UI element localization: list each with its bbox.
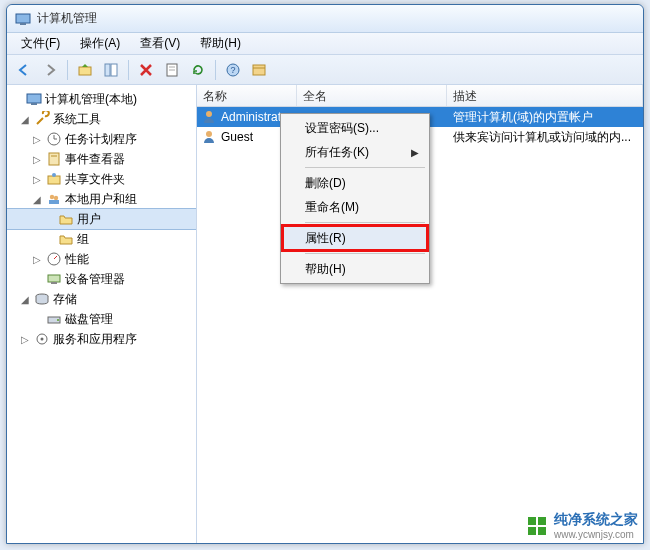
wm-brand: 纯净系统之家 xyxy=(554,511,638,529)
tree-system-tools[interactable]: ◢ 系统工具 xyxy=(7,109,196,129)
tree-groups[interactable]: 组 xyxy=(7,229,196,249)
ctx-help[interactable]: 帮助(H) xyxy=(283,257,427,281)
toolbar-delete-icon[interactable] xyxy=(135,59,157,81)
svg-rect-33 xyxy=(538,517,546,525)
tree-label: 性能 xyxy=(65,251,89,268)
ctx-rename[interactable]: 重命名(M) xyxy=(283,195,427,219)
svg-rect-35 xyxy=(538,527,546,535)
storage-icon xyxy=(34,291,50,307)
context-menu: 设置密码(S)... 所有任务(K)▶ 删除(D) 重命名(M) 属性(R) 帮… xyxy=(280,113,430,284)
services-icon xyxy=(34,331,50,347)
svg-point-30 xyxy=(206,111,212,117)
tree-label: 设备管理器 xyxy=(65,271,125,288)
svg-rect-21 xyxy=(49,200,59,204)
folder-icon xyxy=(58,231,74,247)
expand-icon[interactable]: ▷ xyxy=(31,134,43,145)
window-title: 计算机管理 xyxy=(37,10,97,27)
tree-label: 共享文件夹 xyxy=(65,171,125,188)
toolbar-up-icon[interactable] xyxy=(74,59,96,81)
tree-label: 组 xyxy=(77,231,89,248)
users-group-icon xyxy=(46,191,62,207)
ctx-properties[interactable]: 属性(R) xyxy=(283,226,427,250)
toolbar-back[interactable] xyxy=(13,59,35,81)
watermark: 纯净系统之家 www.ycwnjsy.com xyxy=(526,511,638,540)
tree-services-apps[interactable]: ▷ 服务和应用程序 xyxy=(7,329,196,349)
svg-rect-10 xyxy=(253,65,265,75)
tree-label: 计算机管理(本地) xyxy=(45,91,137,108)
svg-rect-17 xyxy=(48,176,60,184)
tree-root[interactable]: 计算机管理(本地) xyxy=(7,89,196,109)
svg-point-27 xyxy=(57,319,59,321)
toolbar-sep xyxy=(128,60,129,80)
toolbar-help-icon[interactable]: ? xyxy=(222,59,244,81)
tree-label: 存储 xyxy=(53,291,77,308)
tree-label: 事件查看器 xyxy=(65,151,125,168)
svg-rect-0 xyxy=(16,14,30,23)
clock-icon xyxy=(46,131,62,147)
tree-label: 系统工具 xyxy=(53,111,101,128)
tree-performance[interactable]: ▷ 性能 xyxy=(7,249,196,269)
col-fullname[interactable]: 全名 xyxy=(297,85,447,106)
toolbar-refresh-icon[interactable] xyxy=(187,59,209,81)
svg-point-31 xyxy=(206,131,212,137)
menu-help[interactable]: 帮助(H) xyxy=(190,33,251,54)
ctx-all-tasks[interactable]: 所有任务(K)▶ xyxy=(283,140,427,164)
cell-name: Administrat xyxy=(221,110,281,124)
event-icon xyxy=(46,151,62,167)
toolbar-sep xyxy=(215,60,216,80)
svg-rect-32 xyxy=(528,517,536,525)
list-header[interactable]: 名称 全名 描述 xyxy=(197,85,643,107)
expand-icon[interactable]: ▷ xyxy=(19,334,31,345)
menu-view[interactable]: 查看(V) xyxy=(130,33,190,54)
expand-icon[interactable]: ▷ xyxy=(31,254,43,265)
menu-file[interactable]: 文件(F) xyxy=(11,33,70,54)
tree-disk-mgmt[interactable]: 磁盘管理 xyxy=(7,309,196,329)
user-icon xyxy=(201,129,217,145)
svg-point-18 xyxy=(52,173,56,177)
toolbar-properties-icon[interactable] xyxy=(100,59,122,81)
tree-task-scheduler[interactable]: ▷ 任务计划程序 xyxy=(7,129,196,149)
app-icon xyxy=(15,11,31,27)
svg-rect-3 xyxy=(105,64,110,76)
cell-desc: 供来宾访问计算机或访问域的内... xyxy=(447,129,643,146)
ctx-set-password[interactable]: 设置密码(S)... xyxy=(283,116,427,140)
expand-icon[interactable]: ▷ xyxy=(31,154,43,165)
col-desc[interactable]: 描述 xyxy=(447,85,643,106)
tree-label: 本地用户和组 xyxy=(65,191,137,208)
expand-icon[interactable]: ▷ xyxy=(31,174,43,185)
disk-icon xyxy=(46,311,62,327)
menubar: 文件(F) 操作(A) 查看(V) 帮助(H) xyxy=(7,33,643,55)
titlebar[interactable]: 计算机管理 xyxy=(7,5,643,33)
svg-rect-13 xyxy=(31,103,37,105)
menu-action[interactable]: 操作(A) xyxy=(70,33,130,54)
svg-rect-1 xyxy=(20,23,26,25)
tree-shared-folders[interactable]: ▷ 共享文件夹 xyxy=(7,169,196,189)
toolbar: ? xyxy=(7,55,643,85)
wm-url: www.ycwnjsy.com xyxy=(554,529,638,540)
toolbar-list-icon[interactable] xyxy=(248,59,270,81)
share-icon xyxy=(46,171,62,187)
svg-rect-24 xyxy=(51,282,57,284)
toolbar-forward[interactable] xyxy=(39,59,61,81)
cell-name: Guest xyxy=(221,130,253,144)
wm-logo-icon xyxy=(526,515,548,537)
tree-storage[interactable]: ◢ 存储 xyxy=(7,289,196,309)
perf-icon xyxy=(46,251,62,267)
collapse-icon[interactable]: ◢ xyxy=(19,114,31,125)
tree-device-manager[interactable]: 设备管理器 xyxy=(7,269,196,289)
tree-event-viewer[interactable]: ▷ 事件查看器 xyxy=(7,149,196,169)
svg-rect-12 xyxy=(27,94,41,103)
tree-local-users[interactable]: ◢ 本地用户和组 xyxy=(7,189,196,209)
ctx-delete[interactable]: 删除(D) xyxy=(283,171,427,195)
toolbar-sheet-icon[interactable] xyxy=(161,59,183,81)
submenu-arrow-icon: ▶ xyxy=(411,147,419,158)
col-name[interactable]: 名称 xyxy=(197,85,297,106)
tree-users[interactable]: 用户 xyxy=(7,209,196,229)
ctx-separator xyxy=(305,167,425,168)
folder-icon xyxy=(58,211,74,227)
nav-tree[interactable]: 计算机管理(本地) ◢ 系统工具 ▷ 任务计划程序 ▷ 事件查看器 xyxy=(7,85,197,543)
svg-rect-15 xyxy=(49,153,59,165)
ctx-separator xyxy=(305,253,425,254)
collapse-icon[interactable]: ◢ xyxy=(31,194,43,205)
collapse-icon[interactable]: ◢ xyxy=(19,294,31,305)
